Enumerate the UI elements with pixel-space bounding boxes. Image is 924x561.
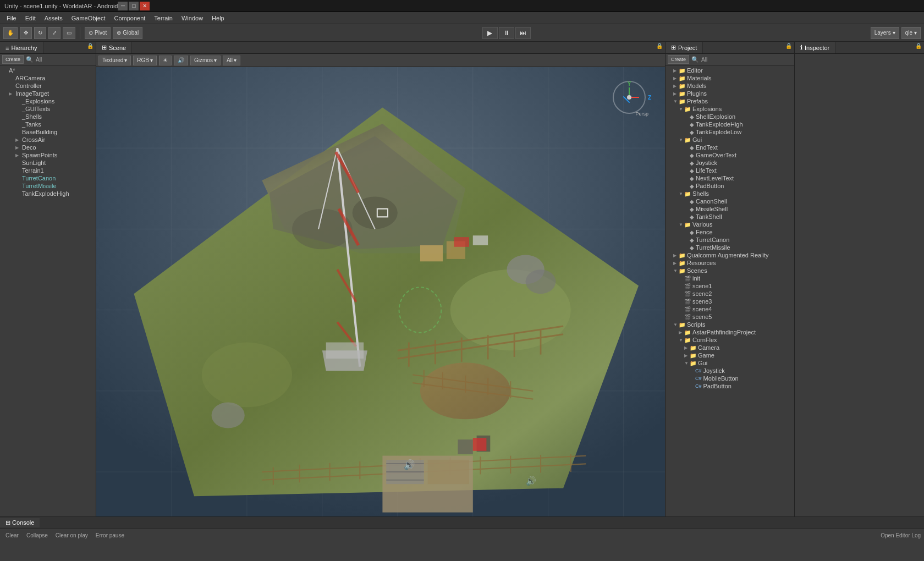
project-item-scenes[interactable]: ▼📁Scenes <box>666 267 794 274</box>
hierarchy-item-turretmissile[interactable]: TurretMissile <box>0 182 96 190</box>
project-item-various[interactable]: ▼📁Various <box>666 221 794 228</box>
project-item-missileshell[interactable]: ◆MissileShell <box>666 205 794 213</box>
project-item-scripts[interactable]: ▼📁Scripts <box>666 321 794 328</box>
project-item-tankshell[interactable]: ◆TankShell <box>666 213 794 221</box>
tree-toggle-icon[interactable]: ▶ <box>684 345 690 350</box>
project-item-mobilebutton[interactable]: C#MobileButton <box>666 375 794 382</box>
tree-toggle-icon[interactable]: ▶ <box>673 68 679 73</box>
console-clear-button[interactable]: Clear <box>3 532 21 539</box>
project-item-lifetext[interactable]: ◆LifeText <box>666 167 794 174</box>
hierarchy-item-explosions[interactable]: _Explosions <box>0 97 96 105</box>
hierarchy-item-crossair[interactable]: ▶CrossAir <box>0 136 96 144</box>
tree-toggle-icon[interactable]: ▼ <box>673 99 679 104</box>
project-item-nextleveltext[interactable]: ◆NextLevelText <box>666 174 794 182</box>
rect-tool-button[interactable]: ▭ <box>63 27 75 39</box>
close-button[interactable]: ✕ <box>140 2 150 10</box>
gizmo-projection-label[interactable]: Persp <box>635 111 648 117</box>
open-editor-log-button[interactable]: Open Editor Log <box>881 532 921 538</box>
hierarchy-item-arcamera[interactable]: ARCamera <box>0 74 96 82</box>
menu-component[interactable]: Component <box>109 14 150 23</box>
hierarchy-lock-icon[interactable]: 🔒 <box>85 42 96 53</box>
project-item-joystick[interactable]: C#Joystick <box>666 367 794 375</box>
project-item-scene3[interactable]: 🎬scene3 <box>666 298 794 305</box>
rotate-tool-button[interactable]: ↻ <box>34 27 46 39</box>
project-create-button[interactable]: Create <box>668 55 689 64</box>
project-item-shellexplosion[interactable]: ◆ShellExplosion <box>666 113 794 120</box>
hierarchy-item-deco[interactable]: ▶Deco <box>0 144 96 151</box>
project-item-scene4[interactable]: 🎬scene4 <box>666 305 794 313</box>
menu-help[interactable]: Help <box>207 14 229 23</box>
project-item-canonshell[interactable]: ◆CanonShell <box>666 197 794 205</box>
tree-toggle-icon[interactable]: ▶ <box>9 91 15 96</box>
hierarchy-tree[interactable]: A* ARCamera Controller ▶ImageTarget _Exp… <box>0 65 96 516</box>
hierarchy-item-controller[interactable]: Controller <box>0 82 96 90</box>
project-item-gameovertext[interactable]: ◆GameOverText <box>666 151 794 159</box>
project-item-shells[interactable]: ▼📁Shells <box>666 190 794 197</box>
scene-light-button[interactable]: ☀ <box>159 56 172 65</box>
project-item-gui[interactable]: ▼📁Gui <box>666 136 794 144</box>
tree-toggle-icon[interactable]: ▶ <box>679 330 684 335</box>
tree-toggle-icon[interactable]: ▼ <box>673 322 679 327</box>
hierarchy-item-tanks[interactable]: _Tanks <box>0 120 96 128</box>
scene-gizmo[interactable]: Y Z Persp <box>610 78 648 117</box>
hierarchy-item-tankexplodehigh[interactable]: TankExplodeHigh <box>0 190 96 197</box>
project-item-gui[interactable]: ▼📁Gui <box>666 359 794 367</box>
project-item-qualcomm-augmented-reality[interactable]: ▶📁Qualcomm Augmented Reality <box>666 251 794 259</box>
tree-toggle-icon[interactable]: ▼ <box>679 191 684 196</box>
play-button[interactable]: ▶ <box>482 27 498 39</box>
project-item-scene1[interactable]: 🎬scene1 <box>666 282 794 290</box>
project-tab[interactable]: ⊞ Project <box>666 42 703 53</box>
project-item-plugins[interactable]: ▶📁Plugins <box>666 90 794 97</box>
project-item-cornflex[interactable]: ▼📁CornFlex <box>666 336 794 344</box>
console-collapse-button[interactable]: Collapse <box>24 532 50 539</box>
project-tree[interactable]: ▶📁Editor▶📁Materials▶📁Models▶📁Plugins▼📁Pr… <box>666 65 794 516</box>
tree-toggle-icon[interactable]: ▶ <box>15 145 22 150</box>
project-item-scene5[interactable]: 🎬scene5 <box>666 313 794 321</box>
project-item-scene2[interactable]: 🎬scene2 <box>666 290 794 298</box>
menu-terrain[interactable]: Terrain <box>150 14 177 23</box>
hierarchy-item-sunlight[interactable]: SunLight <box>0 159 96 167</box>
project-item-tankexplodehigh[interactable]: ◆TankExplodeHigh <box>666 120 794 128</box>
project-lock-icon[interactable]: 🔒 <box>783 42 794 53</box>
project-item-padbutton[interactable]: ◆PadButton <box>666 182 794 190</box>
project-item-models[interactable]: ▶📁Models <box>666 82 794 90</box>
hierarchy-item-shells[interactable]: _Shells <box>0 113 96 120</box>
hierarchy-item-imagetarget[interactable]: ▶ImageTarget <box>0 90 96 97</box>
tree-toggle-icon[interactable]: ▶ <box>673 91 679 96</box>
display-mode-selector[interactable]: Textured ▾ <box>98 56 131 65</box>
menu-edit[interactable]: Edit <box>21 14 40 23</box>
project-item-tankexplodelow[interactable]: ◆TankExplodeLow <box>666 128 794 136</box>
tree-toggle-icon[interactable]: ▶ <box>15 138 22 142</box>
hand-tool-button[interactable]: ✋ <box>3 27 18 39</box>
project-item-endtext[interactable]: ◆EndText <box>666 144 794 151</box>
menu-gameobject[interactable]: GameObject <box>67 14 110 23</box>
tree-toggle-icon[interactable]: ▶ <box>673 253 679 258</box>
console-tab[interactable]: ⊞ Console <box>0 518 40 527</box>
console-clear-on-play-button[interactable]: Clear on play <box>53 532 90 539</box>
scene-all-button[interactable]: All ▾ <box>223 56 240 65</box>
scene-viewport[interactable]: 🔊 🔊 Y Z Persp <box>96 67 665 516</box>
hierarchy-item-basebuilding[interactable]: BaseBuilding <box>0 128 96 136</box>
console-error-pause-button[interactable]: Error pause <box>94 532 127 539</box>
tree-toggle-icon[interactable]: ▼ <box>679 222 684 227</box>
project-item-padbutton[interactable]: C#PadButton <box>666 382 794 390</box>
tree-toggle-icon[interactable]: ▼ <box>673 268 679 273</box>
hierarchy-create-button[interactable]: Create <box>2 55 24 64</box>
hierarchy-item-turretcanon[interactable]: TurretCanon <box>0 174 96 182</box>
hierarchy-item-terrain1[interactable]: Terrain1 <box>0 167 96 174</box>
tree-toggle-icon[interactable]: ▶ <box>684 353 690 358</box>
tree-toggle-icon[interactable]: ▼ <box>679 138 684 142</box>
project-item-game[interactable]: ▶📁Game <box>666 351 794 359</box>
scale-tool-button[interactable]: ⤢ <box>48 27 61 39</box>
color-mode-selector[interactable]: RGB ▾ <box>133 56 157 65</box>
tree-toggle-icon[interactable]: ▼ <box>679 338 684 343</box>
tree-toggle-icon[interactable]: ▶ <box>15 153 22 158</box>
project-item-joystick[interactable]: ◆Joystick <box>666 159 794 167</box>
inspector-lock-icon[interactable]: 🔒 <box>913 42 924 53</box>
project-item-fence[interactable]: ◆Fence <box>666 228 794 236</box>
pause-button[interactable]: ⏸ <box>499 27 514 39</box>
tree-toggle-icon[interactable]: ▶ <box>673 84 679 89</box>
scene-lock-icon[interactable]: 🔒 <box>654 42 665 53</box>
project-item-resources[interactable]: ▶📁Resources <box>666 259 794 267</box>
hierarchy-item-a[interactable]: A* <box>0 67 96 74</box>
